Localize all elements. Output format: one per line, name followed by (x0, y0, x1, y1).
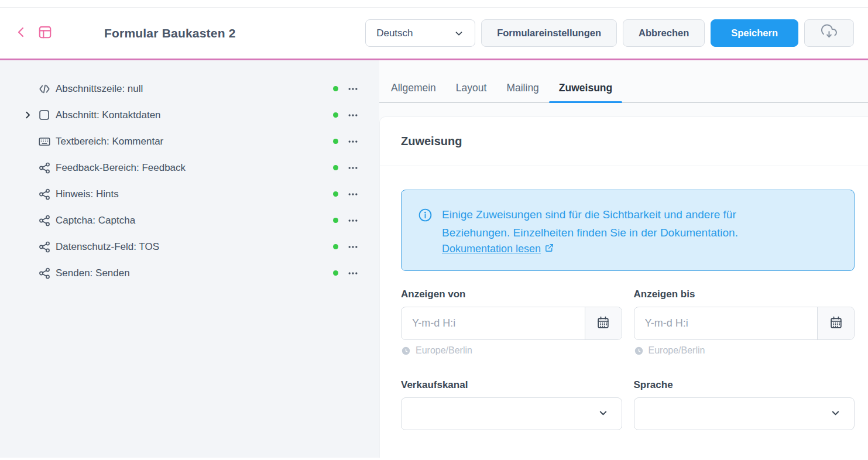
window-top-strip (0, 0, 868, 8)
save-button[interactable]: Speichern (711, 19, 798, 47)
clock-icon (634, 346, 644, 356)
info-icon (418, 208, 433, 255)
ellipsis-menu-icon[interactable] (347, 83, 359, 95)
language-field-select[interactable] (634, 397, 855, 430)
status-dot (333, 244, 338, 249)
status-dot (333, 139, 338, 144)
show-from-input[interactable] (402, 307, 585, 339)
status-dot (333, 165, 338, 170)
show-from-label: Anzeigen von (401, 289, 622, 300)
show-until-group (634, 307, 855, 340)
list-item-abschnitt[interactable]: Abschnitt: Kontaktdaten (0, 102, 379, 128)
cancel-button[interactable]: Abbrechen (623, 19, 705, 47)
show-until-input[interactable] (634, 307, 818, 339)
calendar-icon (829, 315, 843, 332)
language-select-value: Deutsch (376, 28, 413, 39)
zuweisung-card: Zuweisung Einige Zuweisungen sind für di… (379, 116, 868, 458)
chevron-right-icon[interactable] (23, 111, 38, 119)
app-header: Formular Baukasten 2 Deutsch Formularein… (0, 8, 868, 60)
chevron-down-icon (598, 407, 609, 421)
tab-allgemein[interactable]: Allgemein (381, 74, 446, 102)
show-from-group (401, 307, 622, 340)
keyboard-icon (38, 135, 51, 148)
sales-channel-label: Verkaufskanal (401, 379, 622, 391)
external-link-icon (544, 243, 554, 255)
list-item-abschnittszeile[interactable]: Abschnittszeile: null (0, 75, 379, 102)
ellipsis-menu-icon[interactable] (347, 241, 359, 253)
share-nodes-icon (38, 162, 51, 174)
status-dot (333, 270, 338, 276)
cloud-download-icon (821, 24, 837, 42)
documentation-link[interactable]: Dokumentation lesen (442, 243, 541, 255)
share-nodes-icon (38, 241, 51, 253)
list-item-hinweis[interactable]: Hinweis: Hints (0, 181, 379, 207)
list-item-feedback[interactable]: Feedback-Bereich: Feedback (0, 155, 379, 181)
tab-zuweisung[interactable]: Zuweisung (549, 74, 622, 102)
section-title: Zuweisung (401, 135, 847, 148)
list-item-label: Abschnitt: Kontaktdaten (56, 109, 161, 121)
status-dot (333, 218, 338, 223)
page-title: Formular Baukasten 2 (104, 26, 236, 40)
ellipsis-menu-icon[interactable] (347, 136, 359, 147)
list-item-captcha[interactable]: Captcha: Captcha (0, 207, 379, 234)
form-elements-sidebar: Abschnittszeile: null Abschnitt: Kontakt… (0, 60, 379, 458)
list-item-senden[interactable]: Senden: Senden (0, 260, 379, 286)
list-item-label: Datenschutz-Feld: TOS (56, 241, 159, 253)
layout-panel-button[interactable] (37, 25, 53, 42)
tab-layout[interactable]: Layout (446, 74, 497, 102)
info-text: Einige Zuweisungen sind für die Sichtbar… (442, 205, 793, 242)
calendar-icon (596, 315, 610, 332)
list-item-label: Feedback-Bereich: Feedback (56, 162, 186, 174)
list-item-label: Abschnittszeile: null (56, 83, 143, 95)
show-from-timezone: Europe/Berlin (401, 345, 622, 356)
list-item-label: Textbereich: Kommentar (56, 136, 163, 147)
timezone-label: Europe/Berlin (416, 345, 472, 356)
info-callout: Einige Zuweisungen sind für die Sichtbar… (401, 190, 855, 271)
ellipsis-menu-icon[interactable] (347, 109, 359, 121)
status-dot (333, 112, 338, 118)
list-item-label: Senden: Senden (56, 267, 130, 279)
chevron-down-icon (454, 28, 464, 39)
sales-channel-select[interactable] (401, 397, 622, 430)
show-from-calendar-button[interactable] (585, 307, 622, 339)
ellipsis-menu-icon[interactable] (347, 162, 359, 174)
status-dot (333, 191, 338, 197)
export-button[interactable] (804, 19, 854, 47)
chevron-down-icon (830, 407, 841, 421)
timezone-label: Europe/Berlin (649, 345, 705, 356)
settings-tabbar: Allgemein Layout Mailing Zuweisung (379, 74, 868, 103)
share-nodes-icon (38, 267, 51, 280)
show-until-label: Anzeigen bis (634, 289, 855, 300)
share-nodes-icon (38, 214, 51, 227)
ellipsis-menu-icon[interactable] (347, 267, 359, 279)
form-settings-button[interactable]: Formulareinstellungen (481, 19, 617, 47)
show-until-timezone: Europe/Berlin (634, 345, 855, 356)
list-item-textbereich[interactable]: Textbereich: Kommentar (0, 128, 379, 155)
language-label: Sprache (634, 379, 855, 391)
card-header: Zuweisung (380, 117, 868, 166)
show-until-calendar-button[interactable] (817, 307, 854, 339)
list-item-datenschutz[interactable]: Datenschutz-Feld: TOS (0, 234, 379, 260)
share-nodes-icon (38, 188, 51, 201)
tab-mailing[interactable]: Mailing (496, 74, 548, 102)
ellipsis-menu-icon[interactable] (347, 188, 359, 200)
language-select[interactable]: Deutsch (365, 19, 475, 47)
ellipsis-menu-icon[interactable] (347, 215, 359, 226)
list-item-label: Captcha: Captcha (56, 215, 135, 226)
square-icon (38, 109, 51, 122)
back-button[interactable] (14, 25, 28, 41)
chevron-left-icon (14, 25, 28, 41)
main-panel: Allgemein Layout Mailing Zuweisung Zuwei… (379, 60, 868, 458)
list-item-label: Hinweis: Hints (56, 188, 119, 200)
code-icon (38, 83, 51, 95)
status-dot (333, 86, 338, 91)
clock-icon (401, 346, 411, 356)
layout-icon (37, 25, 53, 42)
